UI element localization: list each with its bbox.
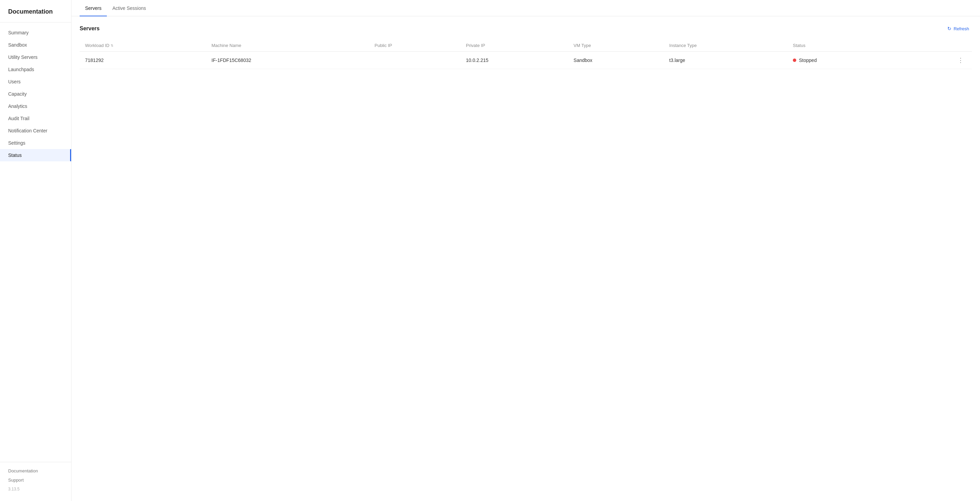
sidebar-version: 3.13.5: [8, 485, 63, 491]
sidebar-item-notification-center[interactable]: Notification Center: [0, 124, 71, 137]
th-workload-id[interactable]: Workload ID⇅: [80, 40, 206, 52]
refresh-button[interactable]: ↻ Refresh: [945, 24, 972, 33]
sidebar-item-capacity[interactable]: Capacity: [0, 88, 71, 100]
sidebar-item-summary[interactable]: Summary: [0, 27, 71, 39]
sidebar: Documentation SummarySandboxUtility Serv…: [0, 0, 72, 501]
servers-table: Workload ID⇅Machine NamePublic IPPrivate…: [80, 40, 972, 69]
table-header-row: Workload ID⇅Machine NamePublic IPPrivate…: [80, 40, 972, 52]
cell-actions: ⋮: [899, 52, 972, 69]
tabs-bar: ServersActive Sessions: [72, 0, 980, 16]
sidebar-item-status[interactable]: Status: [0, 149, 71, 161]
table-header: Workload ID⇅Machine NamePublic IPPrivate…: [80, 40, 972, 52]
cell-workload-id: 7181292: [80, 52, 206, 69]
refresh-label: Refresh: [953, 26, 969, 31]
sidebar-item-launchpads[interactable]: Launchpads: [0, 63, 71, 76]
sidebar-item-audit-trail[interactable]: Audit Trail: [0, 112, 71, 124]
sort-icon-workload-id: ⇅: [111, 44, 113, 47]
sidebar-documentation-link[interactable]: Documentation: [8, 466, 63, 476]
th-status: Status: [788, 40, 899, 52]
row-more-button[interactable]: ⋮: [955, 57, 966, 64]
th-machine-name: Machine Name: [206, 40, 369, 52]
sidebar-item-settings[interactable]: Settings: [0, 137, 71, 149]
th-private-ip: Private IP: [460, 40, 568, 52]
cell-vm-type: Sandbox: [568, 52, 664, 69]
cell-machine-name: IF-1FDF15C68032: [206, 52, 369, 69]
status-label: Stopped: [799, 57, 817, 63]
table-body: 7181292IF-1FDF15C6803210.0.2.215Sandboxt…: [80, 52, 972, 69]
cell-public-ip: [369, 52, 460, 69]
cell-private-ip: 10.0.2.215: [460, 52, 568, 69]
th-vm-type: VM Type: [568, 40, 664, 52]
servers-table-wrapper: Workload ID⇅Machine NamePublic IPPrivate…: [80, 40, 972, 69]
refresh-icon: ↻: [947, 26, 951, 31]
tab-servers[interactable]: Servers: [80, 0, 107, 16]
sidebar-support-link[interactable]: Support: [8, 476, 63, 485]
th-actions: [899, 40, 972, 52]
sidebar-item-utility-servers[interactable]: Utility Servers: [0, 51, 71, 63]
th-public-ip: Public IP: [369, 40, 460, 52]
cell-instance-type: t3.large: [664, 52, 788, 69]
main-content: ServersActive Sessions Servers ↻ Refresh…: [72, 0, 980, 501]
sidebar-item-sandbox[interactable]: Sandbox: [0, 39, 71, 51]
sidebar-item-users[interactable]: Users: [0, 76, 71, 88]
sidebar-nav: SummarySandboxUtility ServersLaunchpadsU…: [0, 27, 71, 462]
section-title: Servers: [80, 25, 100, 32]
table-row: 7181292IF-1FDF15C6803210.0.2.215Sandboxt…: [80, 52, 972, 69]
sidebar-item-analytics[interactable]: Analytics: [0, 100, 71, 112]
section-header: Servers ↻ Refresh: [80, 24, 972, 33]
status-dot: [793, 59, 796, 62]
cell-status: Stopped: [788, 52, 899, 69]
app-logo: Documentation: [0, 8, 71, 22]
tab-active-sessions[interactable]: Active Sessions: [107, 0, 151, 16]
content-area: Servers ↻ Refresh Workload ID⇅Machine Na…: [72, 16, 980, 501]
th-instance-type: Instance Type: [664, 40, 788, 52]
sidebar-footer: Documentation Support 3.13.5: [0, 462, 71, 496]
